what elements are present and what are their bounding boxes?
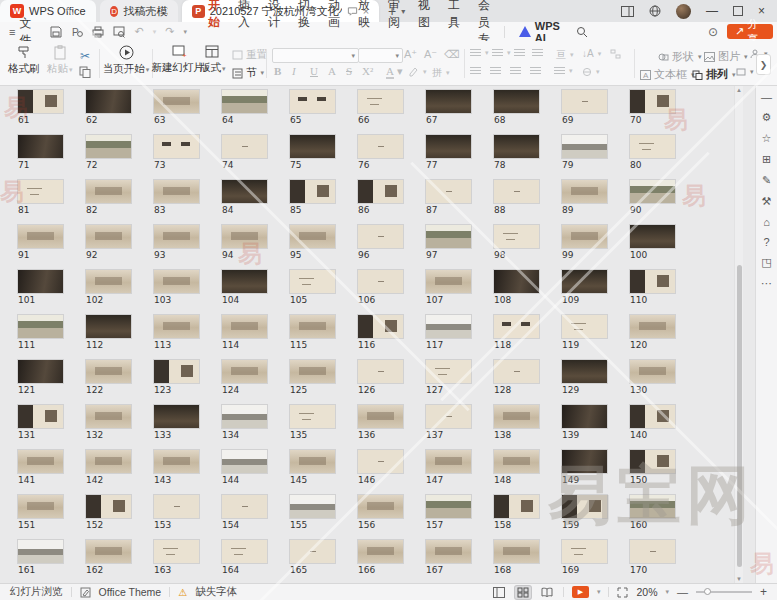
- slide-cell[interactable]: 152: [86, 495, 132, 530]
- share-button[interactable]: ↗ 分享: [727, 24, 773, 39]
- new-slide-button[interactable]: + 新建幻灯片▾: [139, 45, 197, 75]
- slide-thumbnail[interactable]: [426, 315, 471, 338]
- slide-cell[interactable]: 165: [290, 540, 336, 575]
- slide-cell[interactable]: 158: [494, 495, 540, 530]
- slide-cell[interactable]: 145: [290, 450, 336, 485]
- superscript-button[interactable]: X²: [362, 65, 373, 77]
- slide-cell[interactable]: 146: [358, 450, 404, 485]
- zoom-out-button[interactable]: —: [677, 586, 688, 598]
- slide-cell[interactable]: 95: [290, 225, 336, 260]
- slide-cell[interactable]: 61: [18, 90, 64, 125]
- slide-thumbnail[interactable]: [222, 315, 267, 338]
- slide-cell[interactable]: 83: [154, 180, 200, 215]
- tab-template[interactable]: D 找稿壳模板: [100, 0, 178, 22]
- reset-button[interactable]: 重置: [232, 48, 267, 62]
- slide-cell[interactable]: 159: [562, 495, 608, 530]
- slideshow-play-button[interactable]: ▶: [572, 586, 589, 598]
- slide-thumbnail[interactable]: [426, 405, 471, 428]
- slide-thumbnail[interactable]: [86, 315, 131, 338]
- slide-cell[interactable]: 141: [18, 450, 64, 485]
- slide-thumbnail[interactable]: [494, 315, 539, 338]
- slide-thumbnail[interactable]: [494, 360, 539, 383]
- slide-thumbnail[interactable]: [290, 495, 335, 518]
- zoom-caret-icon[interactable]: ▾: [665, 588, 669, 596]
- convert-smartart-button[interactable]: [610, 49, 621, 59]
- slide-cell[interactable]: 72: [86, 135, 132, 170]
- slide-cell[interactable]: 90: [630, 180, 676, 215]
- slide-thumbnail[interactable]: [630, 180, 675, 203]
- slide-thumbnail[interactable]: [494, 90, 539, 113]
- align-left-button[interactable]: [470, 67, 481, 75]
- slide-cell[interactable]: 116: [358, 315, 404, 350]
- slide-thumbnail[interactable]: [426, 495, 471, 518]
- sidebar-toggle-icon[interactable]: [621, 6, 634, 17]
- format-painter-button[interactable]: 格式刷: [8, 45, 40, 76]
- image-edit-icon[interactable]: ✎: [762, 174, 771, 187]
- slide-thumbnail[interactable]: [358, 225, 403, 248]
- slide-cell[interactable]: 170: [630, 540, 676, 575]
- slide-cell[interactable]: 79: [562, 135, 608, 170]
- resource-box-icon[interactable]: ◳: [761, 256, 771, 269]
- slide-cell[interactable]: 135: [290, 405, 336, 440]
- more-icon[interactable]: ⋯: [761, 277, 772, 290]
- slide-thumbnail[interactable]: [494, 495, 539, 518]
- slide-cell[interactable]: 64: [222, 90, 268, 125]
- slide-cell[interactable]: 82: [86, 180, 132, 215]
- slide-cell[interactable]: 162: [86, 540, 132, 575]
- slide-cell[interactable]: 74: [222, 135, 268, 170]
- redo-icon[interactable]: ↷: [165, 25, 174, 38]
- slide-cell[interactable]: 117: [426, 315, 472, 350]
- phonetic-guide-button[interactable]: 拼▾: [432, 66, 450, 80]
- slide-cell[interactable]: 163: [154, 540, 200, 575]
- slide-cell[interactable]: 92: [86, 225, 132, 260]
- paste-button[interactable]: 粘贴▾: [47, 45, 73, 76]
- scrollbar-thumb[interactable]: [737, 265, 742, 567]
- slide-cell[interactable]: 73: [154, 135, 200, 170]
- slide-cell[interactable]: 114: [222, 315, 268, 350]
- slide-cell[interactable]: 123: [154, 360, 200, 395]
- slide-cell[interactable]: 125: [290, 360, 336, 395]
- slide-cell[interactable]: 107: [426, 270, 472, 305]
- fit-to-window-icon[interactable]: [617, 587, 628, 598]
- slide-cell[interactable]: 155: [290, 495, 336, 530]
- slide-cell[interactable]: 161: [18, 540, 64, 575]
- slide-sorter-view-button[interactable]: [515, 586, 531, 599]
- slide-cell[interactable]: 130: [630, 360, 676, 395]
- slide-thumbnail[interactable]: [86, 90, 131, 113]
- slide-thumbnail[interactable]: [358, 315, 403, 338]
- slide-cell[interactable]: 115: [290, 315, 336, 350]
- slide-cell[interactable]: 71: [18, 135, 64, 170]
- slide-thumbnail[interactable]: [154, 180, 199, 203]
- slide-cell[interactable]: 160: [630, 495, 676, 530]
- picture-button[interactable]: 图片▾: [704, 49, 748, 64]
- slide-cell[interactable]: 128: [494, 360, 540, 395]
- slide-thumbnail[interactable]: [290, 540, 335, 563]
- cut-button[interactable]: ✂: [80, 49, 90, 63]
- slide-thumbnail[interactable]: [222, 180, 267, 203]
- slide-cell[interactable]: 140: [630, 405, 676, 440]
- line-spacing-button[interactable]: ▾: [554, 67, 573, 75]
- slide-cell[interactable]: 156: [358, 495, 404, 530]
- slide-cell[interactable]: 139: [562, 405, 608, 440]
- slide-thumbnail[interactable]: [18, 180, 63, 203]
- slide-cell[interactable]: 118: [494, 315, 540, 350]
- slide-thumbnail[interactable]: [18, 270, 63, 293]
- slide-thumbnail[interactable]: [18, 315, 63, 338]
- slide-thumbnail[interactable]: [358, 540, 403, 563]
- slide-cell[interactable]: 96: [358, 225, 404, 260]
- help-icon[interactable]: ?: [763, 236, 769, 248]
- slide-thumbnail[interactable]: [630, 90, 675, 113]
- slide-thumbnail[interactable]: [222, 540, 267, 563]
- slide-thumbnail[interactable]: [426, 225, 471, 248]
- slide-thumbnail[interactable]: [630, 225, 675, 248]
- slide-thumbnail[interactable]: [290, 270, 335, 293]
- font-color-button[interactable]: A: [386, 65, 394, 79]
- slide-cell[interactable]: 120: [630, 315, 676, 350]
- print-icon[interactable]: [92, 26, 104, 38]
- bold-button[interactable]: B: [274, 65, 281, 77]
- slide-cell[interactable]: 93: [154, 225, 200, 260]
- slide-size-button[interactable]: ▾: [736, 67, 754, 77]
- slide-sorter-area[interactable]: 6162636465666768697071727374757677787980…: [0, 86, 755, 583]
- slide-thumbnail[interactable]: [494, 405, 539, 428]
- slide-cell[interactable]: 105: [290, 270, 336, 305]
